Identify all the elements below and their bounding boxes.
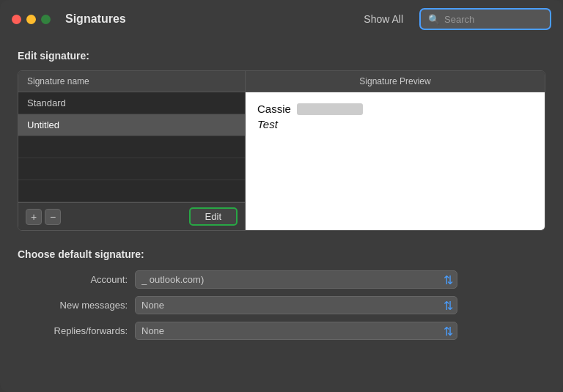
list-item[interactable]: Standard <box>18 92 245 114</box>
list-item-empty <box>18 158 245 180</box>
account-select[interactable]: _ outlook.com) <box>135 270 457 289</box>
choose-default-title: Choose default signature: <box>18 248 545 260</box>
new-messages-label: New messages: <box>18 300 135 311</box>
edit-button[interactable]: Edit <box>189 207 238 226</box>
new-messages-row: New messages: None Standard Untitled ⇅ <box>18 296 545 314</box>
signatures-panel: Signature name Standard Untitled + − Edi… <box>18 70 545 231</box>
account-label: Account: <box>18 274 135 285</box>
replies-label: Replies/forwards: <box>18 325 135 336</box>
replies-row: Replies/forwards: None Standard Untitled… <box>18 322 545 340</box>
traffic-lights <box>12 15 51 24</box>
remove-signature-button[interactable]: − <box>45 209 61 225</box>
replies-select-wrapper: None Standard Untitled ⇅ <box>135 322 457 340</box>
account-select-wrapper: _ outlook.com) ⇅ <box>135 270 457 289</box>
signature-preview-name: Cassie <box>257 103 533 115</box>
search-box: 🔍 <box>419 8 551 30</box>
signature-preview-header: Signature Preview <box>246 71 545 92</box>
signatures-window: Signatures Show All 🔍 Edit signature: Si… <box>0 0 563 392</box>
list-item[interactable]: Untitled <box>18 114 245 136</box>
preview-name-text: Cassie <box>257 103 291 115</box>
replies-select[interactable]: None Standard Untitled <box>135 322 457 340</box>
maximize-button[interactable] <box>41 15 51 24</box>
list-item-empty <box>18 136 245 158</box>
close-button[interactable] <box>12 15 21 24</box>
new-messages-select-wrapper: None Standard Untitled ⇅ <box>135 296 457 314</box>
signature-preview-content: Cassie Test <box>246 92 545 230</box>
titlebar: Signatures Show All 🔍 <box>0 0 563 38</box>
signature-list-footer: + − Edit <box>18 202 245 230</box>
signature-preview: Signature Preview Cassie Test <box>246 71 545 230</box>
edit-signature-title: Edit signature: <box>18 50 545 62</box>
new-messages-select[interactable]: None Standard Untitled <box>135 296 457 314</box>
search-input[interactable] <box>444 14 542 25</box>
preview-name-blurred <box>297 103 363 115</box>
signature-list: Signature name Standard Untitled + − Edi… <box>18 71 246 230</box>
minimize-button[interactable] <box>26 15 36 24</box>
signature-preview-italic: Test <box>257 118 533 130</box>
show-all-button[interactable]: Show All <box>356 10 411 28</box>
account-row: Account: _ outlook.com) ⇅ <box>18 270 545 289</box>
signature-list-header: Signature name <box>18 71 245 92</box>
add-signature-button[interactable]: + <box>26 209 42 225</box>
search-icon: 🔍 <box>428 14 440 25</box>
choose-default-section: Choose default signature: Account: _ out… <box>18 248 545 340</box>
signature-list-items: Standard Untitled <box>18 92 245 202</box>
window-title: Signatures <box>65 12 347 26</box>
list-item-empty <box>18 180 245 202</box>
content-area: Edit signature: Signature name Standard … <box>0 38 563 392</box>
add-remove-buttons: + − <box>26 209 61 225</box>
